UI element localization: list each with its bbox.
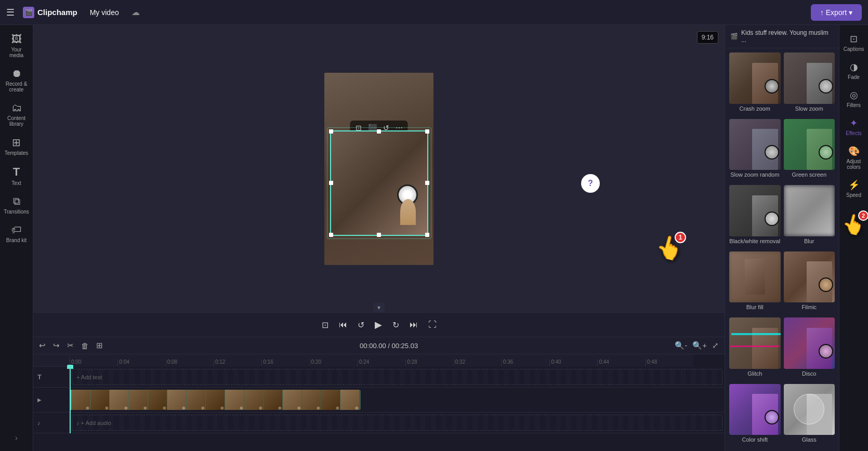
handle-top-middle[interactable] xyxy=(377,129,381,134)
fullscreen-button[interactable]: ⛶ xyxy=(426,318,439,331)
filter-color-shift[interactable]: Color shift xyxy=(729,384,781,447)
handle-top-right[interactable] xyxy=(425,129,429,134)
toolbar-fade[interactable]: ◑ Fade xyxy=(841,57,867,84)
text-track-row: T + Add text xyxy=(33,367,725,388)
skip-forward-button[interactable]: ⏭ xyxy=(407,318,420,331)
record-create-icon: ⏺ xyxy=(11,68,22,79)
add-audio-button[interactable]: ♪ + Add audio xyxy=(72,415,722,431)
toolbar-captions[interactable]: ⊡ Captions xyxy=(841,29,867,56)
video-clip[interactable] xyxy=(70,390,361,410)
clip-thumb-5 xyxy=(148,390,167,410)
playhead[interactable] xyxy=(70,367,71,433)
filter-filmic[interactable]: Filmic xyxy=(784,251,835,315)
handle-middle-right[interactable] xyxy=(425,181,429,185)
play-button[interactable]: ▶ xyxy=(373,317,384,333)
timeline-section: ↩ ↪ ✂ 🗑 ⊞ 00:00.00 / 00:25.03 🔍- 🔍+ ⤢ xyxy=(33,337,725,451)
toolbar-adjust-colors[interactable]: 🎨 Adjust colors xyxy=(841,141,867,174)
filter-thumb-green-screen xyxy=(784,119,835,170)
filter-img-glass xyxy=(784,384,835,435)
filter-label-filmic: Filmic xyxy=(784,304,835,310)
handle-bottom-left[interactable] xyxy=(329,233,333,237)
handle-bottom-right[interactable] xyxy=(425,233,429,237)
filter-slow-zoom-random[interactable]: Slow zoom random xyxy=(729,119,781,182)
clip-thumb-15 xyxy=(340,390,359,410)
filter-blur[interactable]: Blur xyxy=(784,185,835,248)
sidebar-item-text[interactable]: T Text xyxy=(2,161,32,190)
captions-toggle-button[interactable]: ⊡ xyxy=(320,318,331,332)
toolbar-label-fade: Fade xyxy=(848,74,860,80)
sidebar-item-brand[interactable]: 🏷 Brand kit xyxy=(2,220,32,247)
fit-timeline-button[interactable]: ⤢ xyxy=(711,339,720,352)
audio-track-content: ♪ + Add audio xyxy=(70,413,725,433)
sidebar-item-templates[interactable]: ⊞ Templates xyxy=(2,132,32,160)
handle-top-left[interactable] xyxy=(329,129,333,134)
zoom-out-button[interactable]: 🔍- xyxy=(673,339,689,352)
sidebar-item-content-library[interactable]: 🗂 Content library xyxy=(2,98,32,131)
ruler-mark-24: 0:24 xyxy=(358,360,405,366)
filter-green-screen[interactable]: Green screen xyxy=(784,119,835,182)
filter-label-color-shift: Color shift xyxy=(729,436,781,443)
menu-icon[interactable]: ☰ xyxy=(6,7,15,18)
skip-back-button[interactable]: ⏮ xyxy=(337,318,349,331)
project-name[interactable]: My video xyxy=(86,6,123,19)
toolbar-effects[interactable]: ✦ Effects xyxy=(841,113,867,140)
logo-icon: 🎬 xyxy=(23,7,34,18)
left-sidebar: 🖼 Your media ⏺ Record &create 🗂 Content … xyxy=(0,25,33,451)
filter-label-bw-removal: Black/white removal xyxy=(729,238,781,244)
sidebar-item-transitions[interactable]: ⧉ Transitions xyxy=(2,191,32,219)
filter-label-crash-zoom: Crash zoom xyxy=(729,105,781,112)
video-track-content xyxy=(70,388,725,412)
cloud-sync-icon: ☁ xyxy=(131,7,140,17)
toolbar-speed[interactable]: ⚡ Speed xyxy=(841,175,867,202)
filter-label-glass: Glass xyxy=(784,436,835,443)
filter-img-green-screen xyxy=(784,119,835,170)
add-text-button[interactable]: + Add text xyxy=(72,369,722,385)
clip-thumb-1 xyxy=(71,390,90,410)
handle-middle-left[interactable] xyxy=(329,181,333,185)
save-button[interactable]: ⊞ xyxy=(95,339,104,352)
timeline-time-display: 00:00.00 / 00:25.03 xyxy=(109,342,669,350)
forward-5s-button[interactable]: ↻ xyxy=(390,318,401,332)
panel-collapse-button[interactable]: ▾ xyxy=(373,303,385,312)
toolbar-label-captions: Captions xyxy=(844,46,864,52)
timeline-content[interactable]: 0:00 0:04 0:08 0:12 0:16 0:20 0:24 0:28 … xyxy=(33,354,725,451)
toolbar-filters[interactable]: ◎ Filters xyxy=(841,85,867,112)
filter-glitch[interactable]: Glitch xyxy=(729,317,781,381)
filter-label-glitch: Glitch xyxy=(729,370,781,377)
captions-icon: ⊡ xyxy=(850,33,858,45)
filter-blur-fill[interactable]: Blur fill xyxy=(729,251,781,315)
undo-button[interactable]: ↩ xyxy=(37,339,47,352)
video-selected-frame[interactable] xyxy=(330,130,428,236)
filter-disco[interactable]: Disco xyxy=(784,317,835,381)
ruler-mark-40: 0:40 xyxy=(549,360,597,366)
filter-label-blur: Blur xyxy=(784,238,835,244)
sidebar-collapse-button[interactable]: › xyxy=(11,429,22,447)
right-panel-title: 🎬 Kids stuff review. Young muslim ... xyxy=(730,29,834,44)
filter-glass[interactable]: Glass xyxy=(784,384,835,447)
preview-canvas: ⊡ ⬛ ↺ ⋯ xyxy=(324,73,433,265)
sidebar-label-content-library: Content library xyxy=(4,115,30,127)
filter-img-bw-removal xyxy=(729,185,781,236)
ruler-mark-0: 0:00 xyxy=(70,360,117,366)
sidebar-item-record-create[interactable]: ⏺ Record &create xyxy=(2,63,32,97)
cut-button[interactable]: ✂ xyxy=(65,339,75,352)
rewind-5s-button[interactable]: ↺ xyxy=(356,318,366,332)
sidebar-label-transitions: Transitions xyxy=(4,209,29,215)
delete-button[interactable]: 🗑 xyxy=(80,340,90,352)
filter-crash-zoom[interactable]: Crash zoom xyxy=(729,52,781,116)
help-button[interactable] xyxy=(581,174,600,193)
timeline-toolbar: ↩ ↪ ✂ 🗑 ⊞ 00:00.00 / 00:25.03 🔍- 🔍+ ⤢ xyxy=(33,337,725,354)
filter-slow-zoom[interactable]: Slow zoom xyxy=(784,52,835,116)
filter-bw-removal[interactable]: Black/white removal xyxy=(729,185,781,248)
zoom-in-button[interactable]: 🔍+ xyxy=(691,339,708,352)
export-button[interactable]: ↑ Export ▾ xyxy=(811,4,862,21)
speed-icon: ⚡ xyxy=(848,179,860,191)
redo-button[interactable]: ↪ xyxy=(51,339,61,352)
filter-thumb-disco xyxy=(784,317,835,369)
audio-track-row: ♪ ♪ + Add audio xyxy=(33,413,725,433)
ruler-mark-44: 0:44 xyxy=(597,360,645,366)
filter-thumb-color-shift xyxy=(729,384,781,435)
sidebar-item-your-media[interactable]: 🖼 Your media xyxy=(2,29,32,62)
timeline-tracks: T + Add text ▶ xyxy=(33,367,725,433)
content-library-icon: 🗂 xyxy=(11,102,22,114)
